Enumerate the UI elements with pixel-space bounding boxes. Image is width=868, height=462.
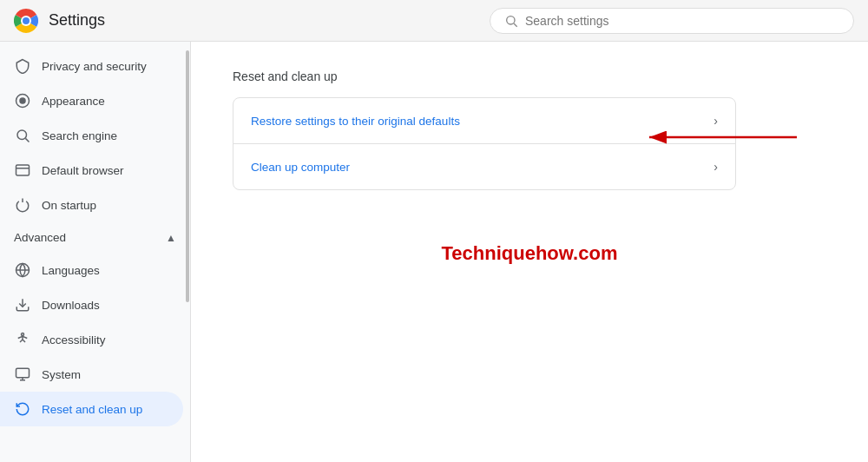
sidebar-item-privacy-label: Privacy and security <box>42 60 147 73</box>
search-bar[interactable] <box>490 8 854 34</box>
sidebar-item-startup[interactable]: On startup <box>0 188 183 222</box>
download-icon <box>14 296 31 314</box>
cleanup-chevron-icon: › <box>713 160 718 174</box>
svg-point-4 <box>507 16 515 23</box>
sidebar-scrollbar[interactable] <box>185 42 190 462</box>
svg-rect-10 <box>16 165 30 175</box>
svg-point-3 <box>23 17 30 24</box>
svg-point-8 <box>17 130 27 140</box>
restore-settings-label: Restore settings to their original defau… <box>251 115 460 128</box>
restore-chevron-icon: › <box>713 114 718 128</box>
sidebar-item-appearance[interactable]: Appearance <box>0 83 183 118</box>
page-title: Settings <box>49 11 105 30</box>
scrollbar-thumb <box>186 50 189 302</box>
sidebar-item-appearance-label: Appearance <box>42 95 105 108</box>
accessibility-icon <box>14 331 31 348</box>
paint-icon <box>14 92 31 109</box>
sidebar-item-system-label: System <box>42 368 81 381</box>
chrome-logo-icon <box>14 9 38 33</box>
content-wrapper: Reset and clean up Restore settings to t… <box>233 69 826 265</box>
system-icon <box>14 366 31 383</box>
search-nav-icon <box>14 127 31 144</box>
shield-icon <box>14 57 31 75</box>
sidebar-item-accessibility-label: Accessibility <box>42 333 106 346</box>
advanced-label: Advanced <box>14 231 66 244</box>
chevron-up-icon: ▲ <box>166 232 176 244</box>
sidebar-item-accessibility[interactable]: Accessibility <box>0 322 183 357</box>
cleanup-row[interactable]: Clean up computer › <box>233 144 735 189</box>
sidebar-item-browser[interactable]: Default browser <box>0 153 183 188</box>
sidebar-item-startup-label: On startup <box>42 199 96 212</box>
svg-line-5 <box>514 23 517 27</box>
sidebar-item-languages[interactable]: Languages <box>0 253 183 287</box>
watermark: Techniquehow.com <box>233 242 826 265</box>
sidebar-item-reset[interactable]: Reset and clean up <box>0 392 183 426</box>
browser-icon <box>14 162 31 179</box>
reset-icon <box>14 400 31 418</box>
advanced-section-header[interactable]: Advanced ▲ <box>0 222 190 253</box>
sidebar-item-privacy[interactable]: Privacy and security <box>0 49 183 83</box>
sidebar-item-system[interactable]: System <box>0 357 183 392</box>
search-input[interactable] <box>525 14 839 28</box>
main-layout: Privacy and security Appearance Search e… <box>0 42 868 462</box>
globe-icon <box>14 261 31 279</box>
section-title: Reset and clean up <box>233 69 826 83</box>
search-icon <box>504 14 518 28</box>
sidebar-item-languages-label: Languages <box>42 264 100 277</box>
svg-rect-16 <box>16 368 30 378</box>
sidebar-item-downloads-label: Downloads <box>42 299 100 312</box>
sidebar-item-search-label: Search engine <box>42 129 117 142</box>
svg-point-7 <box>20 98 25 103</box>
svg-line-9 <box>25 138 29 142</box>
sidebar: Privacy and security Appearance Search e… <box>0 42 191 462</box>
sidebar-item-reset-label: Reset and clean up <box>42 403 142 416</box>
top-bar: Settings <box>0 0 868 42</box>
settings-card: Restore settings to their original defau… <box>233 97 736 190</box>
cleanup-label: Clean up computer <box>251 161 350 174</box>
power-icon <box>14 196 31 214</box>
sidebar-item-downloads[interactable]: Downloads <box>0 287 183 322</box>
restore-settings-row[interactable]: Restore settings to their original defau… <box>233 98 735 144</box>
sidebar-item-browser-label: Default browser <box>42 164 124 177</box>
content-area: Reset and clean up Restore settings to t… <box>191 42 868 462</box>
svg-point-15 <box>22 333 24 336</box>
sidebar-item-search[interactable]: Search engine <box>0 118 183 153</box>
